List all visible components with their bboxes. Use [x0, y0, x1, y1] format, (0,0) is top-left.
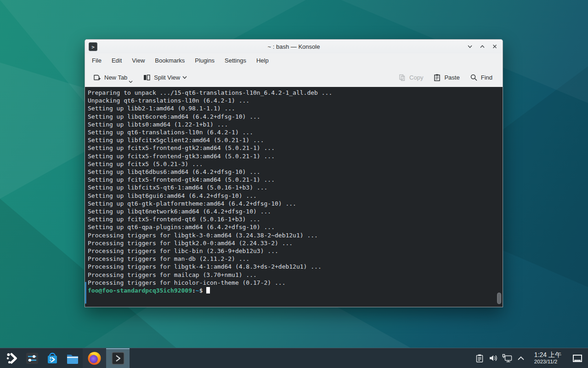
minimize-button[interactable]	[466, 42, 474, 51]
window-titlebar[interactable]: > ~ : bash — Konsole	[85, 40, 503, 53]
chevron-up-icon	[480, 44, 485, 49]
file-manager-button[interactable]	[62, 348, 83, 368]
chevron-down-icon	[182, 76, 187, 79]
window-controls	[466, 42, 499, 51]
close-button[interactable]	[491, 42, 499, 51]
chevron-down-icon	[467, 44, 473, 49]
paste-label: Paste	[444, 74, 459, 81]
new-tab-button[interactable]: New Tab	[90, 71, 136, 84]
search-icon	[470, 74, 478, 81]
konsole-icon	[111, 351, 125, 365]
terminal-line: Setting up qt6-gtk-platformtheme:amd64 (…	[88, 200, 500, 207]
menu-item[interactable]: Help	[251, 54, 274, 67]
prompt-symbol: $	[199, 287, 203, 294]
chevron-up-icon	[517, 356, 525, 361]
taskbar-task-firefox[interactable]	[83, 348, 106, 368]
digital-clock[interactable]: 1:24 上午 2023/11/2	[528, 351, 566, 364]
tray-expander-button[interactable]	[514, 348, 528, 368]
copy-label: Copy	[409, 74, 423, 81]
menu-item[interactable]: File	[87, 54, 107, 67]
paste-button[interactable]: Paste	[430, 71, 463, 84]
menu-item[interactable]: Settings	[220, 54, 251, 67]
firefox-icon	[87, 351, 102, 365]
taskbar-panel: 1:24 上午 2023/11/2	[0, 348, 588, 368]
dolphin-file-manager-icon	[66, 351, 79, 365]
terminal-line: Setting up libqt6core6:amd64 (6.4.2+dfsg…	[88, 113, 500, 121]
clipboard-tray-button[interactable]	[473, 348, 486, 368]
menu-bar: FileEditViewBookmarksPluginsSettingsHelp	[85, 53, 503, 68]
terminal-line: Setting up qt6-qpa-plugins:amd64 (6.4.2+…	[88, 223, 500, 231]
edit-copy-icon	[398, 74, 406, 81]
terminal-scrollbar[interactable]	[497, 293, 501, 304]
split-view-button[interactable]: Split View	[139, 71, 191, 84]
system-settings-icon	[25, 351, 39, 365]
show-desktop-icon	[572, 354, 582, 362]
terminal-line: Setting up libqt6network6:amd64 (6.4.2+d…	[88, 207, 500, 215]
terminal-line: Processing triggers for libc-bin (2.36-9…	[88, 247, 500, 255]
terminal-line: Setting up libts0:amd64 (1.22-1+b1) ...	[88, 121, 500, 128]
taskbar-task-konsole[interactable]	[106, 348, 130, 368]
volume-icon	[488, 353, 498, 363]
terminal-line: Setting up libqt6gui6:amd64 (6.4.2+dfsg-…	[88, 192, 500, 200]
volume-tray-button[interactable]	[486, 348, 500, 368]
terminal-line: Processing triggers for libgtk2.0-0:amd6…	[88, 239, 500, 247]
discover-store-icon	[45, 351, 59, 365]
chevron-down-icon	[129, 80, 133, 83]
terminal-line: Setting up fcitx5-frontend-gtk4:amd64 (5…	[88, 176, 500, 184]
menu-item[interactable]: Edit	[107, 54, 127, 67]
discover-button[interactable]	[42, 348, 62, 368]
system-settings-button[interactable]	[22, 348, 42, 368]
application-launcher-button[interactable]	[2, 348, 22, 368]
terminal-line: Setting up libfcitx5-qt6-1:amd64 (5.0.16…	[88, 184, 500, 191]
application-launcher-icon	[6, 352, 18, 365]
window-title: ~ : bash — Konsole	[85, 43, 503, 50]
maximize-button[interactable]	[478, 42, 486, 51]
network-icon	[502, 353, 513, 363]
tab-new-icon	[93, 74, 101, 81]
terminal-line: Processing triggers for libgtk-4-1:amd64…	[88, 263, 500, 270]
terminal-cursor	[206, 287, 210, 293]
terminal-line: Setting up fcitx5 (5.0.21-3) ...	[88, 160, 500, 168]
prompt-user-host: foo@foo-standardpcq35ich92009	[88, 287, 192, 294]
terminal-line: Preparing to unpack .../15-qt6-translati…	[88, 89, 500, 97]
terminal-line: Unpacking qt6-translations-l10n (6.4.2-1…	[88, 97, 500, 104]
prompt-separator: :	[192, 287, 196, 294]
menu-item[interactable]: View	[127, 54, 150, 67]
terminal-lines: Preparing to unpack .../15-qt6-translati…	[88, 89, 500, 287]
clock-date: 2023/11/2	[534, 359, 557, 365]
terminal-line: Setting up libb2-1:amd64 (0.98.1-1.1) ..…	[88, 104, 500, 112]
edit-paste-icon	[433, 74, 441, 81]
network-tray-button[interactable]	[500, 348, 514, 368]
terminal-line: Setting up qt6-translations-l10n (6.4.2-…	[88, 128, 500, 136]
terminal-line: Processing triggers for hicolor-icon-the…	[88, 279, 500, 287]
terminal-output[interactable]: Preparing to unpack .../15-qt6-translati…	[85, 87, 503, 307]
split-view-label: Split View	[154, 74, 180, 81]
toolbar: New Tab Split View Copy Past	[85, 68, 503, 87]
menu-item[interactable]: Plugins	[190, 54, 220, 67]
prompt-path: ~	[196, 287, 199, 294]
terminal-line: Processing triggers for man-db (2.11.2-2…	[88, 255, 500, 263]
new-output-marker	[85, 282, 86, 304]
menu-item[interactable]: Bookmarks	[150, 54, 190, 67]
terminal-line: Setting up libqt6dbus6:amd64 (6.4.2+dfsg…	[88, 168, 500, 176]
terminal-line: Processing triggers for mailcap (3.70+nm…	[88, 271, 500, 279]
find-label: Find	[481, 74, 492, 81]
clipboard-icon	[475, 354, 484, 363]
close-icon	[492, 44, 498, 49]
clock-time: 1:24 上午	[534, 351, 561, 358]
terminal-line: Setting up libfcitx5gclient2:amd64 (5.0.…	[88, 136, 500, 144]
terminal-line: Setting up fcitx5-frontend-gtk3:amd64 (5…	[88, 152, 500, 160]
terminal-line: Setting up fcitx5-frontend-gtk2:amd64 (5…	[88, 144, 500, 152]
konsole-window: > ~ : bash — Konsole FileEditViewBookmar…	[85, 39, 503, 307]
new-tab-label: New Tab	[104, 74, 127, 81]
copy-button[interactable]: Copy	[395, 71, 427, 84]
show-desktop-button[interactable]	[570, 348, 585, 368]
shell-prompt: foo@foo-standardpcq35ich92009:~$	[88, 287, 500, 294]
find-button[interactable]: Find	[466, 71, 496, 84]
terminal-line: Processing triggers for libgtk-3-0:amd64…	[88, 231, 500, 239]
view-split-icon	[143, 74, 151, 81]
terminal-line: Setting up fcitx5-frontend-qt6 (5.0.16-1…	[88, 215, 500, 223]
